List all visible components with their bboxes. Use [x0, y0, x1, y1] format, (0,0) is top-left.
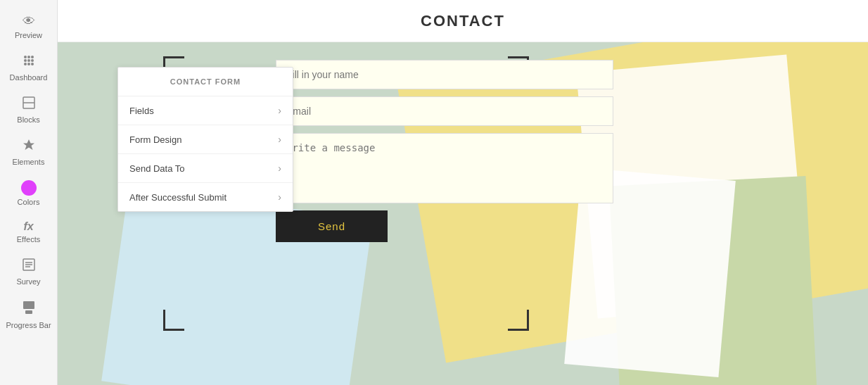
- svg-point-0: [24, 56, 27, 58]
- sidebar-item-elements[interactable]: Elements: [0, 131, 57, 173]
- svg-point-1: [27, 56, 30, 58]
- colors-icon: [21, 180, 37, 196]
- sidebar-item-effects[interactable]: fx Effects: [0, 213, 57, 251]
- sidebar-item-preview[interactable]: 👁 Preview: [0, 7, 57, 46]
- dropdown-item-label: Fields: [129, 106, 154, 116]
- contact-form: Send: [276, 60, 613, 242]
- send-button[interactable]: Send: [276, 210, 388, 242]
- dropdown-item-send-data-to[interactable]: Send Data To ›: [118, 154, 293, 183]
- svg-rect-16: [25, 310, 32, 314]
- sidebar-item-label: Blocks: [17, 115, 39, 124]
- svg-point-2: [31, 56, 34, 58]
- sidebar-item-survey[interactable]: Survey: [0, 251, 57, 293]
- elements-icon: [22, 138, 36, 156]
- svg-point-4: [27, 59, 30, 62]
- sidebar-item-label: Colors: [18, 198, 40, 206]
- svg-point-3: [24, 59, 27, 62]
- dropdown-item-label: Form Design: [129, 134, 181, 145]
- page-title: CONTACT: [421, 12, 505, 30]
- sidebar-item-dashboard[interactable]: Dashboard: [0, 46, 57, 89]
- dropdown-item-label: After Successful Submit: [129, 192, 226, 203]
- svg-rect-15: [23, 301, 34, 309]
- chevron-right-icon: ›: [278, 191, 281, 203]
- chevron-right-icon: ›: [278, 163, 281, 174]
- dashboard-icon: [22, 53, 36, 71]
- chevron-right-icon: ›: [278, 105, 281, 116]
- dropdown-item-label: Send Data To: [129, 163, 185, 174]
- sidebar-item-progress-bar[interactable]: Progress Bar: [0, 293, 57, 336]
- dropdown-item-fields[interactable]: Fields ›: [118, 96, 293, 125]
- sidebar-item-blocks[interactable]: Blocks: [0, 89, 57, 131]
- sidebar-item-label: Effects: [17, 235, 40, 244]
- main-area: CONTACT CONTACT FORM Fields › Fo: [58, 0, 868, 385]
- sidebar-item-label: Elements: [13, 158, 45, 166]
- preview-icon: 👁: [23, 14, 35, 29]
- svg-point-7: [27, 63, 30, 65]
- sidebar-item-label: Survey: [16, 277, 40, 286]
- survey-icon: [22, 258, 36, 275]
- effects-icon: fx: [23, 220, 33, 233]
- sidebar-item-label: Progress Bar: [6, 321, 51, 329]
- page-header: CONTACT: [58, 0, 868, 42]
- svg-point-6: [24, 63, 27, 65]
- email-input[interactable]: [276, 96, 613, 126]
- dropdown-panel: CONTACT FORM Fields › Form Design › Send…: [117, 67, 293, 212]
- name-input[interactable]: [276, 60, 613, 89]
- blocks-icon: [22, 96, 36, 113]
- dropdown-item-after-successful-submit[interactable]: After Successful Submit ›: [118, 183, 293, 211]
- sidebar-item-label: Dashboard: [10, 73, 48, 82]
- dropdown-item-form-design[interactable]: Form Design ›: [118, 125, 293, 154]
- sidebar-item-label: Preview: [15, 31, 42, 39]
- progress-bar-icon: [22, 300, 36, 319]
- sidebar-item-colors[interactable]: Colors: [0, 173, 57, 213]
- svg-point-8: [31, 63, 34, 65]
- svg-point-5: [31, 59, 34, 62]
- dropdown-title: CONTACT FORM: [118, 68, 293, 96]
- chevron-right-icon: ›: [278, 134, 281, 145]
- message-textarea[interactable]: [276, 133, 613, 203]
- canvas: CONTACT FORM Fields › Form Design › Send…: [58, 42, 868, 385]
- sidebar: 👁 Preview Dashboard Blocks Elements Colo…: [0, 0, 58, 385]
